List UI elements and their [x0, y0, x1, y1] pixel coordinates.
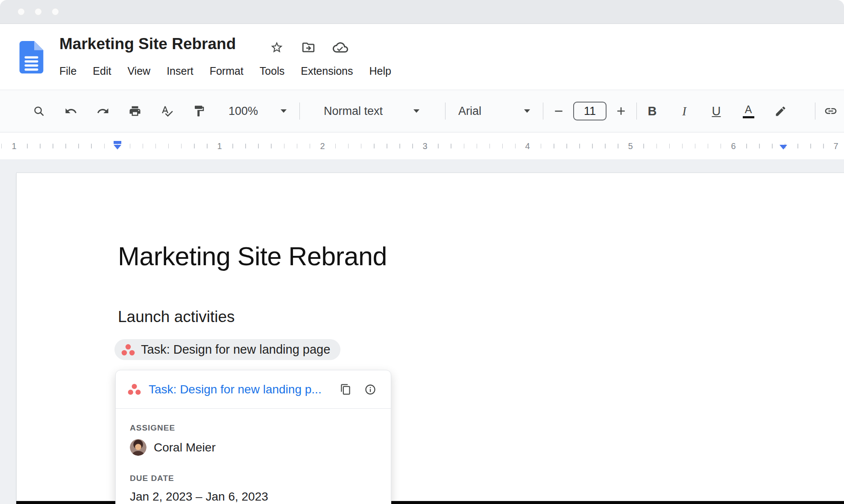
ruler: 1 1 2 3 4 5 6 7 [0, 132, 844, 159]
window-titlebar [0, 0, 844, 24]
redo-button[interactable] [94, 102, 112, 120]
redo-icon [97, 105, 109, 117]
info-icon [364, 384, 376, 396]
asana-logo-icon [128, 383, 141, 396]
minus-icon [553, 105, 564, 117]
menu-view[interactable]: View [119, 62, 158, 80]
document-heading-text[interactable]: Launch activities [118, 308, 235, 326]
ruler-number: 4 [522, 141, 532, 151]
print-button[interactable] [126, 102, 144, 120]
menu-tools[interactable]: Tools [252, 62, 293, 80]
italic-icon: I [682, 105, 686, 117]
toolbar-divider [445, 103, 445, 120]
chevron-down-icon [524, 109, 530, 113]
asana-task-smart-chip[interactable]: Task: Design for new landing page [114, 339, 340, 360]
font-family-select[interactable]: Arial [451, 101, 537, 121]
task-card-body: ASSIGNEE Coral Meier [116, 409, 391, 504]
traffic-light-maximize[interactable] [52, 8, 59, 15]
assignee-row: Coral Meier [130, 439, 378, 456]
underline-icon: U [712, 105, 721, 117]
decrease-font-size-button[interactable] [549, 102, 568, 120]
star-icon [270, 41, 284, 54]
toolbar-divider [815, 103, 815, 120]
paint-format-icon [193, 105, 205, 117]
formatting-toolbar: 100% Normal text Arial 11 B [0, 90, 844, 132]
plus-icon [615, 105, 627, 117]
undo-button[interactable] [62, 102, 80, 120]
move-folder-icon [301, 40, 316, 55]
google-docs-logo-icon[interactable] [19, 41, 44, 75]
font-family-value: Arial [458, 105, 481, 118]
due-date-label: DUE DATE [130, 474, 378, 483]
right-indent-marker[interactable] [780, 145, 787, 149]
document-title-text[interactable]: Marketing Site Rebrand [118, 241, 387, 271]
underline-button[interactable]: U [707, 102, 726, 120]
bold-button[interactable]: B [643, 102, 662, 120]
menu-help[interactable]: Help [361, 62, 399, 80]
ruler-number: 1 [9, 141, 19, 151]
first-line-indent-marker[interactable] [114, 141, 121, 144]
search-menus-button[interactable] [29, 102, 48, 120]
document-status-button[interactable] [332, 39, 349, 56]
toolbar-divider [636, 103, 637, 120]
document-canvas: Marketing Site Rebrand Launch activities… [0, 159, 844, 504]
document-title-field[interactable]: Marketing Site Rebrand [59, 35, 236, 53]
italic-button[interactable]: I [675, 102, 694, 120]
bold-icon: B [648, 105, 657, 117]
search-icon [32, 105, 45, 117]
asana-logo-icon [121, 343, 135, 357]
paragraph-style-value: Normal text [324, 105, 383, 118]
ruler-number: 6 [728, 141, 738, 151]
menu-format[interactable]: Format [202, 62, 252, 80]
menu-insert[interactable]: Insert [158, 62, 202, 80]
ruler-number: 3 [420, 141, 430, 151]
paint-format-button[interactable] [190, 102, 208, 120]
chip-label: Task: Design for new landing page [141, 343, 330, 357]
assignee-name: Coral Meier [154, 441, 216, 454]
info-button[interactable] [362, 381, 379, 398]
insert-link-button[interactable] [821, 102, 840, 120]
toolbar-divider [299, 103, 300, 120]
docs-header: Marketing Site Rebrand File Edit View In… [0, 24, 844, 90]
menu-extensions[interactable]: Extensions [293, 62, 361, 80]
zoom-value: 100% [229, 105, 258, 118]
ruler-number: 1 [214, 141, 224, 151]
task-card-header: Task: Design for new landing p... [116, 370, 391, 409]
text-color-button[interactable]: A [739, 102, 758, 120]
left-indent-triangle-icon [114, 145, 121, 149]
menu-bar: File Edit View Insert Format Tools Exten… [51, 62, 399, 80]
star-button[interactable] [269, 39, 285, 56]
move-to-folder-button[interactable] [300, 39, 316, 56]
task-card-title-link[interactable]: Task: Design for new landing p... [149, 383, 329, 396]
menu-edit[interactable]: Edit [85, 62, 119, 80]
print-icon [129, 105, 141, 117]
traffic-light-close[interactable] [18, 8, 25, 15]
google-docs-window: Marketing Site Rebrand File Edit View In… [0, 0, 844, 504]
ruler-number: 7 [831, 141, 841, 151]
toolbar-divider [543, 103, 543, 120]
link-icon [824, 104, 838, 118]
assignee-label: ASSIGNEE [130, 423, 378, 433]
text-color-icon: A [743, 104, 754, 118]
paragraph-style-select[interactable]: Normal text [317, 101, 426, 121]
zoom-select[interactable]: 100% [222, 101, 293, 121]
due-date-value: Jan 2, 2023 – Jan 6, 2023 [130, 490, 378, 504]
right-indent-triangle-icon [780, 145, 787, 149]
ruler-number: 5 [625, 141, 635, 151]
highlight-color-button[interactable] [771, 102, 790, 120]
traffic-light-minimize[interactable] [35, 8, 42, 15]
spellcheck-icon [161, 105, 173, 117]
task-preview-card: Task: Design for new landing p... ASSIGN… [115, 370, 391, 504]
font-size-input[interactable]: 11 [573, 102, 607, 120]
copy-link-button[interactable] [337, 381, 354, 398]
left-indent-marker[interactable] [114, 141, 121, 149]
spellcheck-button[interactable] [158, 102, 176, 120]
chevron-down-icon [281, 109, 287, 113]
increase-font-size-button[interactable] [612, 102, 630, 120]
undo-icon [64, 105, 77, 117]
cloud-saved-icon [333, 40, 348, 55]
copy-icon [340, 384, 352, 395]
menu-file[interactable]: File [51, 62, 85, 80]
chevron-down-icon [413, 109, 419, 113]
assignee-avatar [130, 439, 147, 456]
